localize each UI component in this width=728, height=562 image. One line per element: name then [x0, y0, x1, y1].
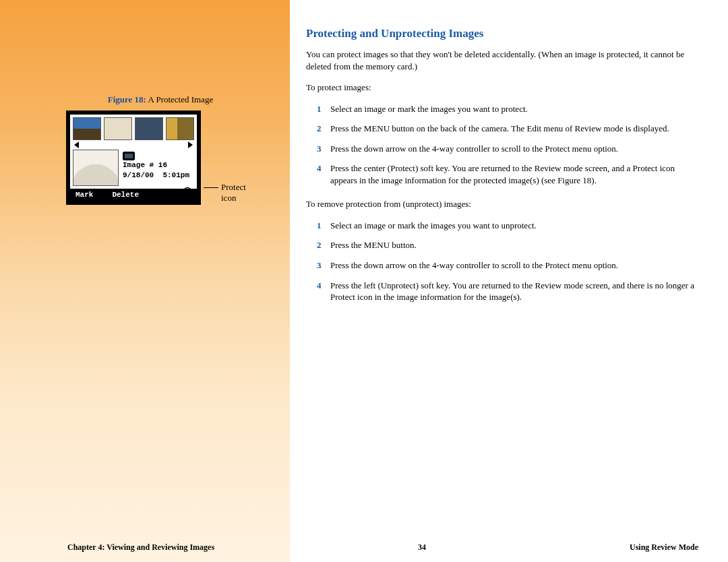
step: 4Press the center (Protect) soft key. Yo… [317, 162, 701, 186]
step: 2Press the MENU button on the back of th… [317, 123, 701, 135]
section-heading: Protecting and Unprotecting Images [306, 27, 701, 40]
footer-chapter: Chapter 4: Viewing and Reviewing Images [67, 542, 214, 553]
protect-label: To protect images: [306, 82, 701, 94]
figure-label: Figure 18: [108, 94, 146, 104]
callout-line [204, 187, 218, 188]
camera-screen: Image # 16 9/18/00 5:01pm Mark Delete [66, 111, 201, 205]
step: 1Select an image or mark the images you … [317, 220, 701, 232]
thumbnail [73, 117, 101, 140]
protect-icon [174, 187, 191, 198]
arrow-right-icon [188, 142, 193, 148]
softkey-mark: Mark [75, 191, 93, 199]
step-text: Press the center (Protect) soft key. You… [330, 162, 701, 186]
page-footer: Chapter 4: Viewing and Reviewing Images … [0, 542, 728, 553]
intro-paragraph: You can protect images so that they won'… [306, 49, 701, 72]
step: 2Press the MENU button. [317, 239, 701, 251]
selected-image-preview [73, 150, 119, 186]
unprotect-label: To remove protection from (unprotect) im… [306, 198, 701, 210]
step-text: Press the down arrow on the 4-way contro… [330, 259, 618, 272]
step-number: 1 [317, 220, 325, 232]
step-text: Select an image or mark the images you w… [330, 220, 537, 232]
step-text: Press the down arrow on the 4-way contro… [330, 143, 618, 155]
scroll-arrows [70, 142, 197, 148]
figure-caption-text: A Protected Image [148, 94, 213, 104]
step: 3Press the down arrow on the 4-way contr… [317, 259, 701, 272]
image-title: Image # 16 [123, 160, 189, 170]
footer-section: Using Review Mode [630, 542, 698, 553]
step: 3Press the down arrow on the 4-way contr… [317, 143, 701, 155]
step-number: 2 [317, 239, 325, 251]
step-text: Press the MENU button. [330, 239, 417, 251]
thumbnail-strip [70, 115, 197, 142]
step: 4Press the left (Unprotect) soft key. Yo… [317, 280, 701, 303]
image-date: 9/18/00 [123, 171, 154, 179]
step-text: Press the MENU button on the back of the… [330, 123, 669, 135]
svg-rect-2 [175, 191, 177, 193]
svg-rect-1 [175, 191, 185, 192]
step-number: 4 [317, 280, 325, 303]
arrow-left-icon [74, 142, 79, 148]
step-text: Press the left (Unprotect) soft key. You… [330, 280, 701, 303]
svg-rect-3 [178, 191, 179, 193]
image-time: 5:01pm [162, 171, 189, 179]
image-info-row: Image # 16 9/18/00 5:01pm [70, 148, 197, 189]
thumbnail [104, 117, 132, 140]
step-number: 4 [317, 162, 325, 186]
figure-caption: Figure 18: A Protected Image [66, 94, 255, 105]
thumbnail [135, 117, 163, 140]
figure-block: Figure 18: A Protected Image [66, 94, 255, 205]
memory-card-icon [123, 152, 135, 160]
svg-point-0 [184, 188, 191, 195]
softkey-delete: Delete [112, 191, 139, 199]
unprotect-steps: 1Select an image or mark the images you … [306, 220, 701, 303]
step-number: 1 [317, 103, 325, 115]
image-info: Image # 16 9/18/00 5:01pm [123, 150, 189, 186]
page: Figure 18: A Protected Image [0, 0, 728, 562]
step-number: 2 [317, 123, 325, 135]
step-text: Select an image or mark the images you w… [330, 103, 528, 115]
step: 1Select an image or mark the images you … [317, 103, 701, 115]
protect-steps: 1Select an image or mark the images you … [306, 103, 701, 187]
content-column: Protecting and Unprotecting Images You c… [290, 0, 728, 562]
step-number: 3 [317, 259, 325, 272]
footer-page-number: 34 [418, 542, 426, 553]
protect-icon-callout: Protect icon [221, 182, 255, 203]
thumbnail [166, 117, 194, 140]
sidebar: Figure 18: A Protected Image [0, 0, 290, 562]
step-number: 3 [317, 143, 325, 155]
